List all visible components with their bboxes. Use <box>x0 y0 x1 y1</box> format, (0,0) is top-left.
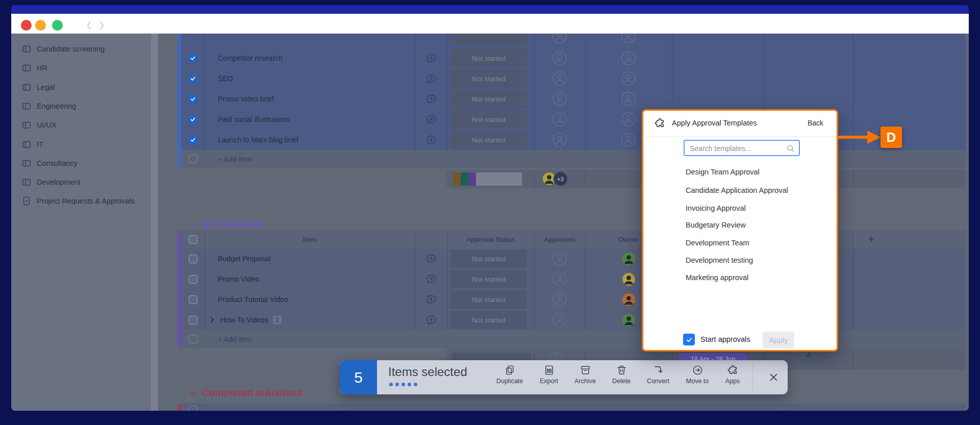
item-header-cell[interactable]: Item <box>205 230 415 248</box>
avatar[interactable] <box>622 252 636 266</box>
chat-cell[interactable] <box>415 68 448 89</box>
avatar-overflow-badge[interactable]: +3 <box>554 172 567 186</box>
sidebar-item-legal[interactable]: Legal <box>21 81 55 93</box>
approvers-cell[interactable] <box>534 248 586 269</box>
add-conversation-icon[interactable] <box>425 93 437 105</box>
sidebar-item-it[interactable]: IT <box>21 138 43 151</box>
table-row[interactable]: Product Tutorial Video Not started <box>178 289 966 310</box>
item-cell[interactable]: Promo Video <box>205 269 415 289</box>
forward-icon[interactable] <box>98 20 105 31</box>
table-row[interactable]: Launch to Mars blog brief Not started <box>178 130 966 151</box>
owner-cell[interactable] <box>585 89 672 109</box>
add-item-label[interactable]: + Add item <box>218 335 252 343</box>
zoom-window-button[interactable] <box>52 20 63 31</box>
close-toolbar-button[interactable] <box>759 360 788 394</box>
row-checkbox[interactable] <box>189 95 197 104</box>
status-distribution-bar[interactable] <box>453 172 522 186</box>
archive-button[interactable]: Archive <box>568 364 602 391</box>
row-checkbox[interactable] <box>189 74 197 83</box>
add-conversation-icon[interactable] <box>425 53 437 64</box>
status-header-cell[interactable]: Approval Status <box>447 230 535 248</box>
chevron-down-icon[interactable] <box>189 220 196 228</box>
item-cell[interactable]: Promo video brief <box>205 89 415 109</box>
add-conversation-icon[interactable] <box>425 253 437 265</box>
completed-group-heading[interactable]: Completed Initiatives <box>189 387 303 398</box>
approvers-cell[interactable] <box>534 109 586 130</box>
search-input[interactable] <box>689 142 783 155</box>
row-checkbox[interactable] <box>189 255 197 263</box>
add-conversation-icon[interactable] <box>425 73 437 85</box>
column-header[interactable]: Item <box>205 236 415 243</box>
add-conversation-icon[interactable] <box>425 294 437 306</box>
delete-button[interactable]: Delete <box>605 364 638 391</box>
status-cell[interactable]: Not started <box>447 289 535 310</box>
sidebar-scroll-gutter[interactable] <box>151 34 158 411</box>
status-cell[interactable]: Not started <box>447 248 535 269</box>
table-row[interactable]: Paid social illustrations Not started <box>178 109 966 130</box>
chat-cell[interactable] <box>415 289 448 310</box>
approvers-cell[interactable] <box>534 269 586 289</box>
template-option[interactable]: Marketing approval <box>686 271 748 284</box>
column-header[interactable]: Approval Status <box>447 236 534 243</box>
sidebar-item-hr[interactable]: HR <box>21 62 47 74</box>
add-item-row[interactable]: + Add item <box>178 330 966 348</box>
add-item-label[interactable]: + Add item <box>218 155 252 163</box>
status-cell[interactable]: Not started <box>447 68 535 89</box>
row-checkbox[interactable] <box>189 136 197 144</box>
status-cell[interactable]: Not started <box>447 269 535 289</box>
duplicate-button[interactable]: Duplicate <box>493 364 526 391</box>
status-cell[interactable]: Not started <box>447 130 535 150</box>
item-cell[interactable]: Launch to Mars blog brief <box>205 130 415 150</box>
table-row[interactable]: SEO Not started <box>178 68 966 89</box>
select-all-checkbox[interactable] <box>189 235 197 244</box>
apply-button[interactable]: Apply <box>763 332 794 348</box>
template-option[interactable]: Candidate Application Approval <box>686 184 788 196</box>
template-option[interactable]: Design Team Approval <box>686 166 760 178</box>
table-row[interactable]: How-To Videos 1 Not started <box>178 310 966 331</box>
column-header[interactable]: Approvers <box>534 236 585 243</box>
item-cell[interactable]: Product Tutorial Video <box>205 289 415 310</box>
group-title[interactable]: Q2 Initiatives <box>202 218 264 230</box>
approvers-cell[interactable] <box>534 48 586 68</box>
item-cell[interactable]: SEO <box>205 68 415 89</box>
add-column-header-cell[interactable]: + <box>853 230 966 248</box>
chevron-down-icon[interactable] <box>189 389 196 397</box>
add-conversation-icon[interactable] <box>425 314 437 326</box>
item-cell[interactable]: Paid social illustrations <box>205 109 415 130</box>
owner-cell[interactable] <box>585 48 672 68</box>
approvers-cell[interactable] <box>534 289 586 310</box>
approvers-cell[interactable] <box>534 89 586 109</box>
add-conversation-icon[interactable] <box>425 134 437 146</box>
table-row[interactable]: Promo video brief Not started <box>178 89 966 110</box>
sidebar-item-uiux[interactable]: UI/UX <box>21 119 57 131</box>
group-title[interactable]: Completed Initiatives <box>202 387 303 398</box>
back-button[interactable]: Back <box>808 119 823 127</box>
avatar[interactable] <box>622 293 636 307</box>
owner-cell[interactable] <box>585 68 672 89</box>
chat-cell[interactable] <box>415 48 448 68</box>
back-icon[interactable] <box>86 20 92 31</box>
minimize-window-button[interactable] <box>35 20 46 31</box>
add-column-button[interactable]: + <box>853 234 874 245</box>
close-window-button[interactable] <box>21 20 32 31</box>
table-row[interactable]: Competitor research Not started <box>178 48 966 69</box>
chat-cell[interactable] <box>415 310 448 330</box>
approvers-cell[interactable] <box>534 310 586 330</box>
table-row[interactable]: Budget Proposal Not started <box>178 248 966 269</box>
row-checkbox[interactable] <box>189 54 197 63</box>
status-cell[interactable]: Not started <box>447 109 535 130</box>
template-option[interactable]: Invoicing Approval <box>686 202 746 214</box>
add-conversation-icon[interactable] <box>425 273 437 285</box>
add-item-cell[interactable]: + Add item <box>205 150 415 168</box>
files-summary[interactable]: 4 files <box>791 351 826 367</box>
chat-cell[interactable] <box>415 269 448 289</box>
sidebar-item-project-requests-approvals[interactable]: Project Requests & Approvals <box>21 195 135 207</box>
item-cell[interactable]: How-To Videos 1 <box>205 310 415 330</box>
status-cell[interactable]: Not started <box>447 89 535 109</box>
chat-cell[interactable] <box>415 109 448 130</box>
row-checkbox[interactable] <box>189 115 197 124</box>
template-option[interactable]: Budgetary Review <box>686 219 746 231</box>
status-cell[interactable]: Not started <box>447 48 535 68</box>
avatar[interactable] <box>622 272 636 286</box>
subitem-count-badge[interactable]: 1 <box>273 316 282 324</box>
